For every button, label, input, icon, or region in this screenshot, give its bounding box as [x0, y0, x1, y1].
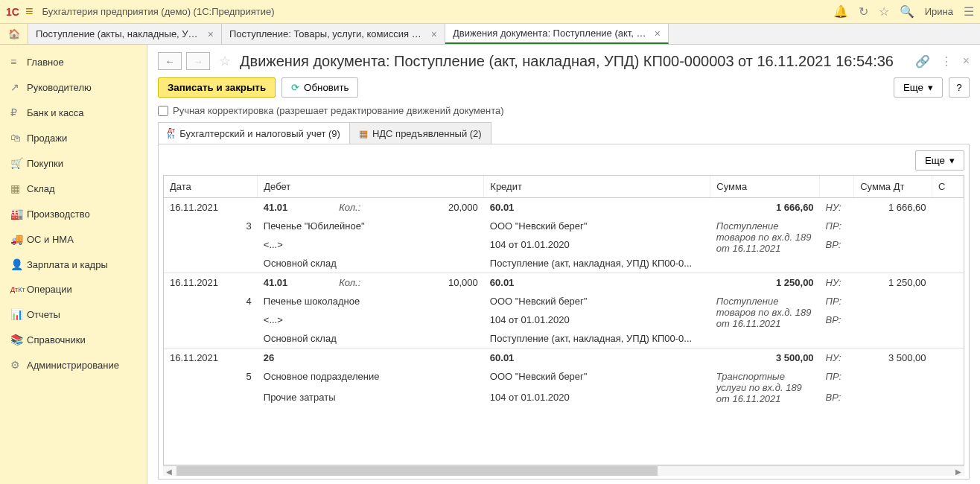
sidebar-item-catalogs[interactable]: 📚Справочники [0, 327, 147, 352]
hamburger-icon[interactable]: ≡ [25, 4, 34, 19]
chevron-down-icon: ▾ [949, 155, 955, 166]
user-name[interactable]: Ирина [925, 6, 953, 17]
tab-label: Бухгалтерский и налоговый учет (9) [179, 128, 340, 139]
table-more-button[interactable]: Еще ▾ [915, 150, 964, 171]
favorite-icon[interactable]: ☆ [219, 53, 231, 69]
sidebar-item-main[interactable]: ≡Главное [0, 49, 147, 74]
tab-accounting[interactable]: ДтКт Бухгалтерский и налоговый учет (9) [158, 122, 350, 144]
sidebar-item-bank[interactable]: ₽Банк и касса [0, 100, 147, 125]
scroll-thumb[interactable] [176, 466, 658, 476]
scroll-right-icon[interactable]: ▶ [952, 466, 964, 477]
table-row[interactable]: Прочие затраты 104 от 01.01.2020 ВР: [164, 388, 964, 409]
cell-blank [820, 254, 854, 273]
sidebar-item-label: Банк и касса [27, 107, 84, 118]
tab-vat[interactable]: ▦ НДС предъявленный (2) [349, 122, 491, 144]
th-date[interactable]: Дата [164, 176, 258, 198]
cell-l3: ВР: [820, 311, 854, 329]
cell-debit-sub2: <...> [258, 311, 484, 329]
cell-blank [932, 367, 964, 388]
sidebar-item-label: Продажи [27, 133, 67, 144]
cell-l2: ПР: [820, 217, 854, 235]
sidebar-item-hr[interactable]: 👤Зарплата и кадры [0, 252, 147, 277]
cell-blank [932, 292, 964, 311]
cell-num: 3 [164, 217, 258, 235]
grid-icon: ▦ [10, 182, 27, 194]
table-row[interactable]: 16.11.2021 26 60.01 3 500,00 НУ: 3 500,0… [164, 348, 964, 368]
cell-sumdt: 1 250,00 [854, 273, 932, 293]
table-container[interactable]: Дата Дебет Кредит Сумма Сумма Дт С 16.11… [163, 175, 964, 465]
tab-label: Поступление (акты, накладные, УПД) [36, 28, 203, 39]
sidebar-item-label: Склад [27, 183, 55, 194]
sidebar-item-purchases[interactable]: 🛒Покупки [0, 150, 147, 176]
sidebar-item-manager[interactable]: ↗Руководителю [0, 74, 147, 100]
close-icon[interactable]: × [431, 28, 437, 40]
sidebar-item-label: Производство [27, 208, 90, 220]
sidebar-item-label: Покупки [27, 158, 63, 169]
th-blank[interactable] [820, 176, 854, 198]
table-row[interactable]: Основной склад Поступление (акт, накладн… [164, 329, 964, 348]
more-button[interactable]: Еще ▾ [894, 77, 943, 98]
refresh-icon: ⟳ [291, 82, 299, 93]
close-icon[interactable]: × [208, 28, 214, 40]
search-icon[interactable]: 🔍 [900, 4, 914, 19]
refresh-button[interactable]: ⟳Обновить [281, 77, 358, 98]
toolbar: Записать и закрыть ⟳Обновить Еще ▾ ? [158, 77, 970, 98]
th-debit[interactable]: Дебет [258, 176, 484, 198]
sidebar-item-admin[interactable]: ⚙Администрирование [0, 352, 147, 378]
table-row[interactable]: 3 Печенье "Юбилейное" ООО "Невский берег… [164, 217, 964, 235]
table-row[interactable]: <...> 104 от 01.01.2020 ВР: [164, 235, 964, 254]
manual-correction-checkbox[interactable] [158, 106, 168, 116]
th-sumdt[interactable]: Сумма Дт [854, 176, 932, 198]
bell-icon[interactable]: 🔔 [833, 4, 848, 19]
close-page-icon[interactable]: × [963, 54, 970, 69]
th-sum[interactable]: Сумма [710, 176, 820, 198]
refresh-label: Обновить [304, 82, 349, 93]
cell-blank [854, 329, 932, 348]
table-row[interactable]: 16.11.2021 41.01 Кол.: 20,000 60.01 1 66… [164, 198, 964, 217]
cell-blank [854, 254, 932, 273]
cell-qty-label: Кол.: [333, 273, 408, 293]
barchart-icon: 📊 [10, 308, 27, 320]
th-s[interactable]: С [932, 176, 964, 198]
link-icon[interactable]: 🔗 [915, 54, 930, 69]
table-row[interactable]: 16.11.2021 41.01 Кол.: 10,000 60.01 1 25… [164, 273, 964, 293]
scroll-left-icon[interactable]: ◀ [163, 466, 175, 477]
cell-blank [932, 235, 964, 254]
back-button[interactable]: ← [158, 52, 182, 70]
tab-2[interactable]: Движения документа: Поступление (акт, на… [445, 24, 669, 44]
th-credit[interactable]: Кредит [484, 176, 710, 198]
tab-0[interactable]: Поступление (акты, накладные, УПД) × [28, 24, 222, 44]
page-title: Движения документа: Поступление (акт, на… [240, 53, 911, 70]
history-icon[interactable]: ↻ [859, 4, 868, 19]
cell-credit-sub2: 104 от 01.01.2020 [484, 235, 710, 254]
save-close-button[interactable]: Записать и закрыть [158, 77, 276, 98]
sidebar-item-operations[interactable]: ДтКтОперации [0, 277, 147, 302]
cell-debit-sub3: Основной склад [258, 329, 484, 348]
sidebar-item-production[interactable]: 🏭Производство [0, 201, 147, 226]
tab-label: НДС предъявленный (2) [372, 128, 482, 139]
close-icon[interactable]: × [655, 28, 661, 39]
horizontal-scrollbar[interactable]: ◀ ▶ [163, 465, 964, 476]
cell-qty-label: Кол.: [333, 198, 408, 217]
table-row[interactable]: <...> 104 от 01.01.2020 ВР: [164, 311, 964, 329]
sidebar-item-label: Главное [27, 57, 64, 68]
books-icon: 📚 [10, 334, 27, 346]
home-tab[interactable]: 🏠 [0, 24, 28, 44]
sidebar-item-label: ОС и НМА [27, 234, 74, 245]
window-menu-icon[interactable]: ☰ [964, 4, 974, 19]
cell-date: 16.11.2021 [164, 198, 258, 217]
sidebar-item-sales[interactable]: 🛍Продажи [0, 125, 147, 150]
help-button[interactable]: ? [949, 77, 970, 98]
more-icon[interactable]: ⋮ [941, 54, 952, 69]
menu-icon: ≡ [10, 56, 27, 68]
table-row[interactable]: 4 Печенье шоколадное ООО "Невский берег"… [164, 292, 964, 311]
tab-1[interactable]: Поступление: Товары, услуги, комиссия КП… [222, 24, 445, 44]
sidebar-item-reports[interactable]: 📊Отчеты [0, 302, 147, 327]
sidebar-item-assets[interactable]: 🚚ОС и НМА [0, 226, 147, 252]
sidebar-item-warehouse[interactable]: ▦Склад [0, 176, 147, 201]
cell-blank [820, 329, 854, 348]
table-row[interactable]: Основной склад Поступление (акт, накладн… [164, 254, 964, 273]
star-icon[interactable]: ☆ [879, 4, 889, 19]
tab-label: Поступление: Товары, услуги, комиссия КП… [229, 28, 427, 39]
table-row[interactable]: 5 Основное подразделение ООО "Невский бе… [164, 367, 964, 388]
